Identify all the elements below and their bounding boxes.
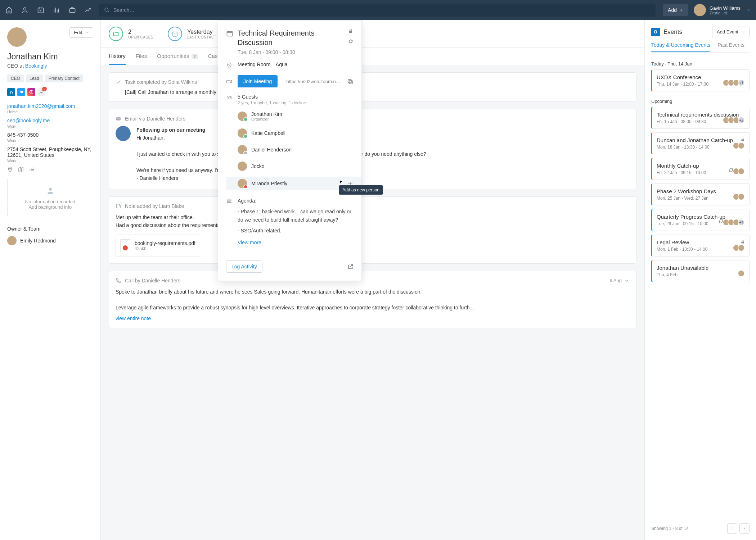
guest-item: Jonathan KimOrganizer: [238, 110, 354, 123]
address: 2754 Scott Street, Poughkeepsie, NY, 126…: [7, 146, 93, 158]
lock-icon: [741, 239, 745, 245]
guests-summary: 2 yes, 1 maybe, 1 waiting, 1 decline: [238, 100, 354, 105]
guest-item: Jocko: [238, 160, 354, 172]
page-prev-button[interactable]: [727, 523, 737, 534]
twitter-icon[interactable]: [17, 88, 25, 96]
task-card: Task completed by Sofia Wilkins [Call] C…: [109, 72, 636, 102]
event-card[interactable]: Technical requirements discussion Fri, 1…: [651, 107, 750, 129]
instagram-icon[interactable]: [27, 88, 35, 96]
phone: 845-437-9500: [7, 132, 93, 138]
join-meeting-button[interactable]: Join Meeting: [238, 75, 278, 87]
svg-point-7: [49, 188, 52, 191]
social-links: 2: [7, 88, 93, 96]
tab-files[interactable]: Files: [136, 48, 147, 65]
event-popup: Technical Requirements Discussion Tue, 8…: [218, 20, 362, 281]
tag[interactable]: Lead: [26, 74, 43, 82]
home-icon[interactable]: [5, 6, 13, 14]
background-info-box[interactable]: No information recorded Add background i…: [7, 179, 93, 217]
user-menu[interactable]: Gavin Williams Zestia Ltd.: [694, 4, 751, 16]
events-title: O Events: [651, 28, 682, 36]
company-link[interactable]: Bookingly: [25, 63, 47, 69]
call-card: Call by Danielle Henders 9 Aug Spoke to …: [109, 271, 636, 328]
open-external-icon[interactable]: [348, 264, 354, 269]
svg-rect-19: [742, 242, 744, 244]
refresh-icon[interactable]: [348, 38, 354, 44]
section-today: Today · Thu, 14 Jan: [651, 61, 750, 67]
copy-icon[interactable]: [347, 78, 354, 85]
edit-button[interactable]: Edit: [69, 27, 93, 38]
section-upcoming: Upcoming: [651, 99, 750, 104]
description-icon: [226, 198, 233, 204]
map-icon[interactable]: [18, 167, 24, 172]
last-contact-stat[interactable]: YesterdayLAST CONTACT: [168, 27, 216, 41]
view-more-link[interactable]: View more: [238, 239, 261, 246]
tab-history[interactable]: History: [109, 48, 126, 65]
activity-feed: 2OPEN CASES YesterdayLAST CONTACT Histor…: [101, 20, 644, 540]
chevron-down-icon: [741, 30, 745, 34]
svg-rect-9: [116, 117, 121, 120]
tooltip: Add as new person: [339, 185, 383, 195]
tags: CEO Lead Primary Contact: [7, 74, 93, 82]
calendar-check-icon[interactable]: [37, 6, 44, 14]
check-icon: [116, 79, 121, 85]
add-button[interactable]: Add: [663, 4, 688, 16]
svg-rect-10: [227, 31, 233, 36]
contact-avatar: [7, 27, 27, 47]
event-card[interactable]: Legal Review Mon, 1 Feb · 13:30 - 14:00: [651, 235, 750, 257]
svg-rect-13: [227, 80, 230, 83]
popup-title: Technical Requirements Discussion: [238, 28, 348, 47]
meeting-url[interactable]: https://us02web.zoom.us/j/...: [286, 79, 342, 84]
open-cases-stat[interactable]: 2OPEN CASES: [109, 27, 153, 41]
calendar-icon: [226, 30, 233, 37]
search-input[interactable]: Search…: [99, 4, 656, 17]
link-badge: 2: [42, 87, 47, 91]
list-icon[interactable]: [29, 167, 35, 172]
attachment[interactable]: bookingly-requirements.pdf425kb: [116, 235, 200, 257]
pin-icon[interactable]: [7, 167, 13, 172]
page-next-button[interactable]: [739, 523, 750, 534]
briefcase-icon[interactable]: [69, 6, 76, 14]
svg-rect-14: [349, 81, 352, 84]
tab-upcoming[interactable]: Today & Upcoming Events: [651, 42, 710, 52]
svg-point-17: [230, 96, 231, 98]
svg-rect-15: [348, 80, 351, 83]
topbar: Search… Add Gavin Williams Zestia Ltd.: [0, 0, 756, 20]
email-home[interactable]: jonathan.kim2020@gmail.com: [7, 103, 93, 109]
note-icon: [116, 203, 121, 209]
view-entire-note[interactable]: view entire note: [116, 316, 151, 321]
log-activity-button[interactable]: Log Activity: [226, 260, 262, 273]
email-home-label: Home: [7, 110, 93, 114]
event-card[interactable]: Jonathan Unavailable Thu, 4 Feb: [651, 260, 750, 282]
lock-icon: [741, 137, 745, 143]
tab-opportunities[interactable]: Opportunities2: [157, 48, 198, 65]
chevron-down-icon[interactable]: [624, 278, 630, 283]
guest-item: Katie Campbell: [238, 127, 354, 139]
note-card: Note added by Liam Blake Met up with the…: [109, 196, 636, 264]
guest-avatar: [238, 112, 247, 121]
contact-title: CEO at Bookingly: [7, 63, 93, 69]
tag[interactable]: Primary Contact: [45, 74, 83, 82]
email-card: Email via Danielle Henders Following up …: [109, 109, 636, 189]
bars-icon[interactable]: [53, 6, 60, 14]
email-work[interactable]: ceo@bookingly.me: [7, 118, 93, 123]
guest-avatar: [238, 145, 247, 154]
event-card[interactable]: Duncan and Jonathan Catch-up Mon, 18 Jan…: [651, 132, 750, 154]
chevron-down-icon: [746, 8, 751, 12]
person-placeholder-icon: [46, 186, 55, 195]
activity-icon[interactable]: [85, 6, 92, 14]
event-card[interactable]: UXDX Conference Thu, 14 Jan · 12:00 - 17…: [651, 69, 750, 91]
chevron-down-icon: [85, 31, 89, 35]
linkedin-icon[interactable]: [7, 88, 15, 96]
tag[interactable]: CEO: [7, 74, 24, 82]
svg-point-6: [10, 168, 11, 169]
event-card[interactable]: Quarterly Progress Catch-up Tue, 26 Jan …: [651, 209, 750, 231]
event-card[interactable]: Phase 2 Workshop Days Mon, 25 Jan - Wed,…: [651, 183, 750, 205]
tab-past[interactable]: Past Events: [717, 42, 744, 52]
link-icon[interactable]: 2: [37, 88, 45, 96]
user-avatar: [694, 4, 706, 16]
event-card[interactable]: Monthly Catch-up Fri, 22 Jan · 09:15 - 1…: [651, 158, 750, 180]
svg-point-16: [228, 96, 230, 98]
add-event-button[interactable]: Add Event: [712, 27, 750, 37]
guest-avatar: [238, 128, 247, 138]
person-icon[interactable]: [21, 6, 28, 14]
